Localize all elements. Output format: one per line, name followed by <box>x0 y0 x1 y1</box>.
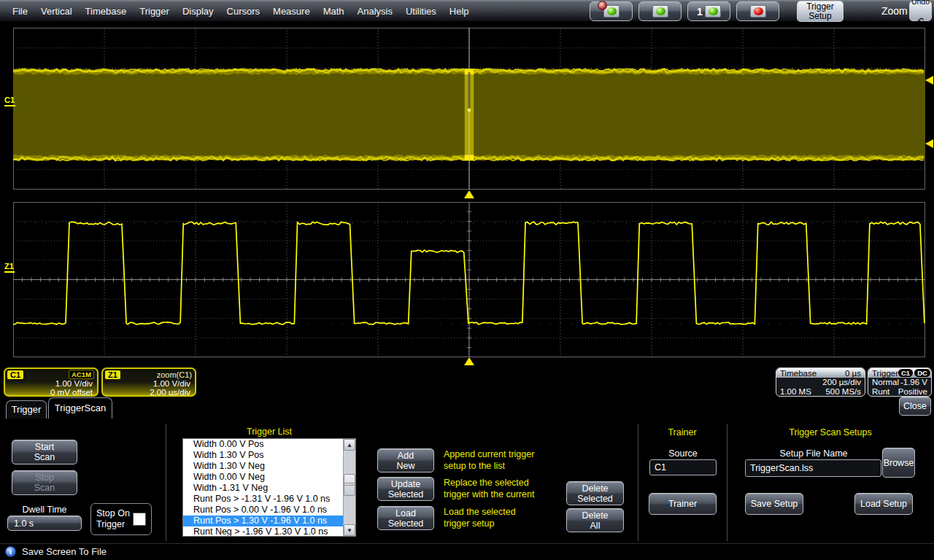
info-icon: i <box>5 546 16 557</box>
add-new-description: Append current trigger setup to the list <box>444 448 575 472</box>
z1-source: zoom(C1) <box>157 370 192 379</box>
menu-cursors[interactable]: Cursors <box>220 6 267 17</box>
trainer-title: Trainer <box>638 427 727 438</box>
trigger-list-scrollbar[interactable]: ▲ ▼ <box>343 439 355 536</box>
clock-icon <box>598 1 607 10</box>
start-scan-button[interactable]: Start Scan <box>12 440 77 464</box>
trigger-normal-button[interactable] <box>638 1 682 21</box>
dwell-time-label: Dwell Time <box>10 505 79 515</box>
zoom-label: Zoom <box>881 5 908 17</box>
menu-utilities[interactable]: Utilities <box>399 6 443 17</box>
c1-offset: 0 mV offset <box>5 388 97 397</box>
trigger-time-marker-bottom[interactable] <box>464 357 474 365</box>
trigger-list-item[interactable]: Width -1.31 V Neg <box>183 483 343 494</box>
trigger-level: -1.96 V <box>900 378 927 387</box>
trigger-time-marker-top[interactable] <box>464 190 474 198</box>
delete-all-button[interactable]: Delete All <box>566 508 624 532</box>
dwell-time-field[interactable]: 1.0 s <box>7 516 82 531</box>
menu-timebase[interactable]: Timebase <box>79 6 134 17</box>
trigger-source-badge: C1 <box>898 369 913 377</box>
c1-vdiv: 1.00 V/div <box>5 379 97 388</box>
auto-trigger-icon <box>603 5 620 18</box>
trigger-list-item[interactable]: Width 1.30 V Pos <box>183 450 343 461</box>
trainer-button[interactable]: Trainer <box>649 493 717 515</box>
trigger-slope: Positive <box>898 387 927 397</box>
stop-trigger-icon <box>750 5 766 18</box>
timebase-box[interactable]: Timebase 0 µs 200 µs/div 1.00 MS 500 MS/… <box>776 368 865 397</box>
trigger-mode: Normal <box>872 378 899 387</box>
menu-analysis[interactable]: Analysis <box>351 6 399 17</box>
menu-items: FileVerticalTimebaseTriggerDisplayCursor… <box>6 0 476 22</box>
z1-tdiv: 2.00 µs/div <box>103 388 195 397</box>
trigger-stop-button[interactable] <box>736 1 779 21</box>
menu-file[interactable]: File <box>6 6 34 17</box>
update-selected-button[interactable]: Update Selected <box>377 477 434 501</box>
menu-measure[interactable]: Measure <box>266 6 317 17</box>
separator <box>166 424 166 541</box>
menu-bar: FileVerticalTimebaseTriggerDisplayCursor… <box>0 0 934 22</box>
trigger-setup-button[interactable]: Trigger Setup <box>797 1 844 22</box>
trigger-list-item[interactable]: Width 0.00 V Pos <box>183 439 343 450</box>
status-message: Save Screen To File <box>22 546 107 557</box>
normal-trigger-icon <box>652 5 668 18</box>
runt-lower-level-marker[interactable] <box>925 139 933 148</box>
close-button[interactable]: Close <box>899 397 931 416</box>
trigger-single-button[interactable]: 1 <box>687 1 730 21</box>
add-new-button[interactable]: Add New <box>377 448 434 472</box>
scroll-up-button[interactable]: ▲ <box>344 439 355 451</box>
save-setup-button[interactable]: Save Setup <box>745 493 803 515</box>
c1-graticule <box>13 28 925 190</box>
z1-badge: Z1 <box>105 370 120 379</box>
timebase-tdiv: 200 µs/div <box>822 378 861 387</box>
timebase-samples: 1.00 MS <box>780 387 811 397</box>
trigger-list-item[interactable]: Runt Pos > -1.31 V -1.96 V 1.0 ns <box>183 494 343 505</box>
menu-display[interactable]: Display <box>176 6 220 17</box>
scrollbar-thumb[interactable] <box>344 474 355 496</box>
setup-file-name-field[interactable]: TriggerScan.lss <box>745 459 881 477</box>
trigger-list-item[interactable]: Runt Neg > -1.96 V 1.30 V 1.0 ns <box>183 526 343 536</box>
browse-button[interactable]: Browse <box>882 448 915 478</box>
c1-badge: C1 <box>7 370 23 379</box>
load-setup-button[interactable]: Load Setup <box>854 493 913 515</box>
trigger-auto-button[interactable] <box>590 1 633 21</box>
trigger-list-item[interactable]: Runt Pos > 0.00 V -1.96 V 1.0 ns <box>183 505 343 516</box>
menu-trigger[interactable]: Trigger <box>133 6 176 17</box>
trigger-list-item[interactable]: Width 1.30 V Neg <box>183 461 343 472</box>
single-trigger-icon <box>705 5 721 18</box>
update-selected-description: Replace the selected trigger with the cu… <box>444 477 582 500</box>
timebase-title: Timebase <box>780 369 817 378</box>
menu-math[interactable]: Math <box>317 6 351 17</box>
trigger-list[interactable]: Width 0.00 V PosWidth 1.30 V PosWidth 1.… <box>182 438 356 537</box>
trainer-source-label: Source <box>649 448 717 459</box>
tab-trigger[interactable]: Trigger <box>6 400 47 419</box>
trigger-box[interactable]: Trigger C1 DC Normal -1.96 V Runt Positi… <box>868 368 932 397</box>
separator <box>727 424 727 541</box>
stop-on-trigger-label: Stop On Trigger <box>96 508 130 530</box>
menu-help[interactable]: Help <box>443 6 476 17</box>
load-selected-description: Load the selected trigger setup <box>444 506 575 529</box>
scroll-down-button[interactable]: ▼ <box>344 524 355 536</box>
runt-upper-level-marker[interactable] <box>925 76 933 85</box>
trigger-list-rows[interactable]: Width 0.00 V PosWidth 1.30 V PosWidth 1.… <box>183 439 343 536</box>
trigger-scan-setups-title: Trigger Scan Setups <box>727 427 934 438</box>
menu-vertical[interactable]: Vertical <box>34 6 79 17</box>
tab-triggerscan[interactable]: TriggerScan <box>48 397 112 419</box>
trigger-type: Runt <box>872 387 889 397</box>
stop-scan-button[interactable]: Stop Scan <box>12 470 77 495</box>
trigger-list-item[interactable]: Runt Pos > 1.30 V -1.96 V 1.0 ns <box>183 516 343 526</box>
stop-on-trigger-group: Stop On Trigger <box>90 503 152 535</box>
timebase-rate: 500 MS/s <box>825 387 861 397</box>
separator <box>638 424 638 541</box>
trigger-coupling-badge: DC <box>914 369 930 377</box>
c1-descriptor-box[interactable]: C1 AC1M 1.00 V/div 0 mV offset <box>4 368 99 397</box>
setup-file-name-label: Setup File Name <box>746 448 881 459</box>
stop-on-trigger-checkbox[interactable] <box>133 513 146 526</box>
z1-descriptor-box[interactable]: Z1 zoom(C1) 1.00 V/div 2.00 µs/div <box>101 368 196 397</box>
trigger-list-item[interactable]: Width 0.00 V Neg <box>183 472 343 483</box>
load-selected-button[interactable]: Load Selected <box>377 506 434 530</box>
delete-selected-button[interactable]: Delete Selected <box>566 481 624 505</box>
c1-coupling-badge: AC1M <box>69 370 94 379</box>
trainer-source-field[interactable]: C1 <box>649 459 717 475</box>
undo-button[interactable]: Undo ↶ <box>909 1 932 21</box>
single-count-label: 1 <box>697 6 703 18</box>
